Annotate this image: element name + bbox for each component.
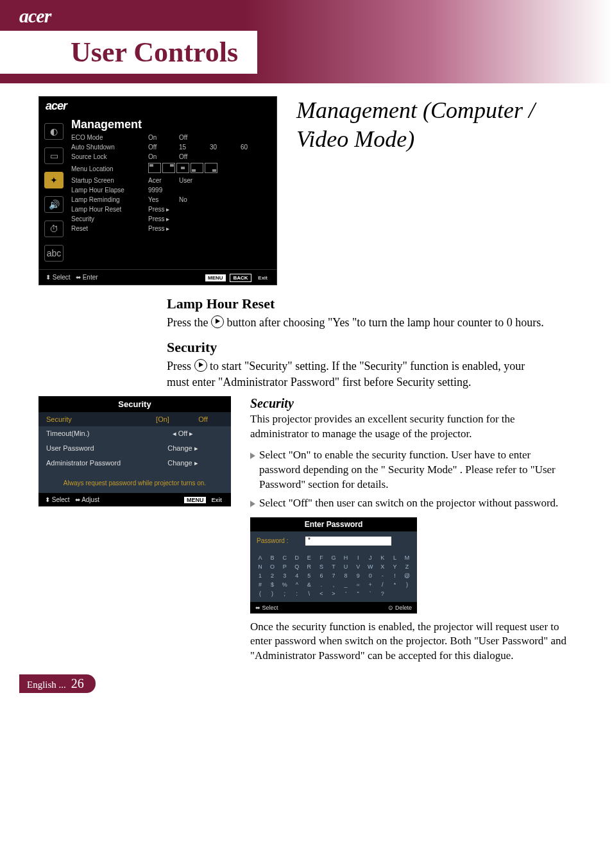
back-button[interactable]: BACK xyxy=(230,274,251,282)
lamp-reset-body: Press the button after choosing "Yes "to… xyxy=(167,315,545,330)
key[interactable]: , xyxy=(327,580,339,589)
key[interactable]: E xyxy=(303,553,315,562)
key[interactable]: ' xyxy=(340,589,352,598)
key[interactable]: # xyxy=(254,580,266,589)
bullet-on: Select "On" to enable the security funct… xyxy=(250,448,574,492)
key[interactable]: _ xyxy=(340,580,352,589)
key[interactable]: 1 xyxy=(254,571,266,580)
key[interactable]: H xyxy=(340,553,352,562)
key[interactable]: + xyxy=(364,580,377,589)
osd-management: acer ◐ ▭ ✦ 🔊 ⏱ abc Management ECO ModeOn… xyxy=(38,96,277,285)
key[interactable]: V xyxy=(352,562,364,571)
key[interactable]: T xyxy=(327,562,339,571)
key[interactable] xyxy=(401,589,413,598)
key[interactable]: " xyxy=(352,589,364,598)
bullet-icon xyxy=(250,501,255,507)
key[interactable]: Q xyxy=(291,562,303,571)
key[interactable]: * xyxy=(389,580,401,589)
key[interactable]: L xyxy=(389,553,401,562)
page-title: User Controls xyxy=(0,31,257,74)
key[interactable]: & xyxy=(303,580,315,589)
key[interactable]: P xyxy=(278,562,291,571)
key[interactable]: ; xyxy=(278,589,291,598)
key[interactable]: Y xyxy=(389,562,401,571)
key[interactable]: @ xyxy=(401,571,413,580)
key[interactable]: . xyxy=(315,580,327,589)
key[interactable]: ) xyxy=(266,589,278,598)
key[interactable]: B xyxy=(266,553,278,562)
key[interactable]: 3 xyxy=(278,571,291,580)
key[interactable]: N xyxy=(254,562,266,571)
key[interactable]: F xyxy=(315,553,327,562)
key[interactable]: 7 xyxy=(327,571,339,580)
key[interactable]: ? xyxy=(377,589,389,598)
key[interactable]: 4 xyxy=(291,571,303,580)
key[interactable]: - xyxy=(377,571,389,580)
osd-tab-audio-icon[interactable]: 🔊 xyxy=(44,196,64,213)
osd-tab-management-icon[interactable]: ✦ xyxy=(44,172,64,188)
password-field[interactable]: * xyxy=(305,537,391,546)
key[interactable]: 2 xyxy=(266,571,278,580)
key[interactable]: ) xyxy=(401,580,413,589)
page-content: acer ◐ ▭ ✦ 🔊 ⏱ abc Management ECO ModeOn… xyxy=(0,83,612,708)
key[interactable]: K xyxy=(377,553,389,562)
key[interactable] xyxy=(389,589,401,598)
key[interactable]: Z xyxy=(401,562,413,571)
key[interactable]: > xyxy=(327,589,339,598)
key[interactable]: ( xyxy=(254,589,266,598)
key[interactable]: ` xyxy=(364,589,377,598)
osd-brand: acer xyxy=(39,97,276,115)
password-label: Password : xyxy=(257,537,302,544)
page-footer: English ...26 xyxy=(19,674,96,693)
osd-tab-language-icon[interactable]: abc xyxy=(44,245,64,262)
key[interactable]: 6 xyxy=(315,571,327,580)
lamp-reset-heading: Lamp Hour Reset xyxy=(167,296,545,312)
osd-tab-image-icon[interactable]: ▭ xyxy=(44,147,64,164)
key[interactable]: W xyxy=(364,562,377,571)
security-outro: Once the security function is enabled, t… xyxy=(250,620,574,664)
menu-button[interactable]: MENU xyxy=(205,274,226,281)
key[interactable]: I xyxy=(352,553,364,562)
key[interactable]: R xyxy=(303,562,315,571)
key[interactable]: ^ xyxy=(291,580,303,589)
osd-title: Management xyxy=(71,118,271,131)
key[interactable]: D xyxy=(291,553,303,562)
osd-tab-timer-icon[interactable]: ⏱ xyxy=(44,221,64,237)
osd-tab-color-icon[interactable]: ◐ xyxy=(44,123,64,140)
menu-button[interactable]: MENU xyxy=(184,497,207,503)
key[interactable]: U xyxy=(340,562,352,571)
menu-location-icons[interactable] xyxy=(148,163,219,174)
key[interactable]: 0 xyxy=(364,571,377,580)
key[interactable]: X xyxy=(377,562,389,571)
key[interactable]: ! xyxy=(389,571,401,580)
bullet-icon xyxy=(250,453,255,459)
key[interactable]: O xyxy=(266,562,278,571)
key[interactable]: / xyxy=(377,580,389,589)
key[interactable]: A xyxy=(254,553,266,562)
osd-enter-password: Enter Password Password : * ABCDEFGHIJKL… xyxy=(250,517,417,613)
osd-keyboard[interactable]: ABCDEFGHIJKLMNOPQRSTUVWXYZ1234567890-!@#… xyxy=(250,553,417,602)
key[interactable]: : xyxy=(291,589,303,598)
security-subheading: Security xyxy=(250,396,574,411)
osd-password-title: Enter Password xyxy=(250,517,417,531)
key[interactable]: 8 xyxy=(340,571,352,580)
osd-security-hint: Always request password while projector … xyxy=(38,471,231,493)
key[interactable]: J xyxy=(364,553,377,562)
osd-security-title: Security xyxy=(38,396,231,412)
exit-label: Exit xyxy=(255,274,270,281)
key[interactable]: 5 xyxy=(303,571,315,580)
page-header: acer User Controls xyxy=(0,0,612,83)
key[interactable]: C xyxy=(278,553,291,562)
key[interactable]: M xyxy=(401,553,413,562)
key[interactable]: = xyxy=(352,580,364,589)
security-heading: Security xyxy=(167,339,545,356)
play-icon xyxy=(211,315,224,328)
key[interactable]: \ xyxy=(303,589,315,598)
play-icon xyxy=(194,359,207,372)
key[interactable]: G xyxy=(327,553,339,562)
key[interactable]: % xyxy=(278,580,291,589)
key[interactable]: 9 xyxy=(352,571,364,580)
key[interactable]: < xyxy=(315,589,327,598)
key[interactable]: $ xyxy=(266,580,278,589)
key[interactable]: S xyxy=(315,562,327,571)
